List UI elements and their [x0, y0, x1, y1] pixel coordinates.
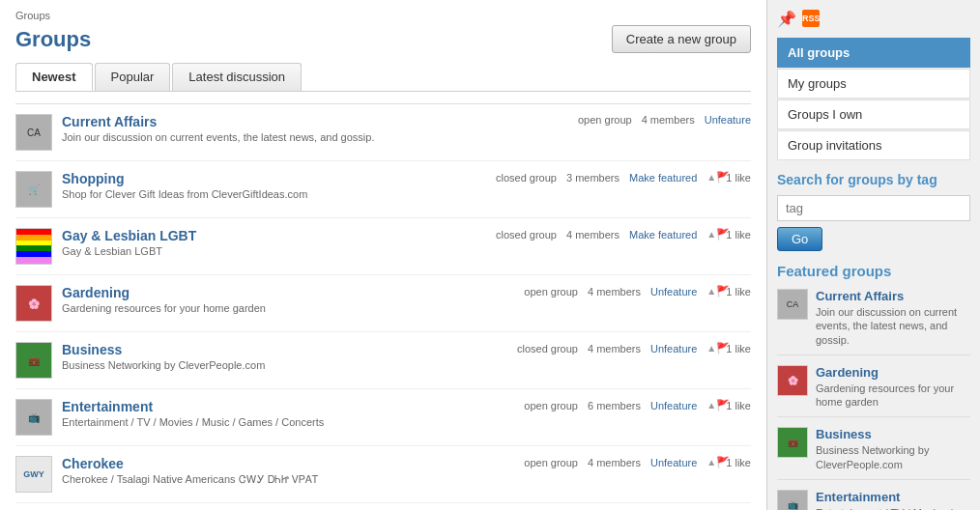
group-type-entertainment: open group: [524, 400, 578, 411]
nav-item-my-groups[interactable]: My groups: [777, 69, 970, 99]
group-desc-gay-lesbian: Gay & Lesbian LGBT: [62, 245, 486, 257]
group-action-gardening[interactable]: Unfeature: [650, 286, 697, 298]
like-count: 1 like: [726, 457, 751, 468]
rss-icon[interactable]: RSS: [802, 10, 820, 27]
like-count: 1 like: [726, 343, 751, 354]
group-meta-shopping: closed group 3 members Make featured 🚩1 …: [486, 171, 751, 184]
group-item-entertainment: 📺 Entertainment Entertainment / TV / Mov…: [15, 389, 751, 446]
group-type-gardening: open group: [524, 286, 578, 298]
breadcrumb: Groups: [15, 10, 751, 21]
group-desc-cherokee: Cherokee / Tsalagi Native Americans ᏣᎳᎩ …: [62, 473, 514, 486]
tag-search-input[interactable]: [777, 195, 970, 221]
featured-info-entertainment: Entertainment Entertainment / TV / Movie…: [816, 490, 970, 510]
group-type-cherokee: open group: [524, 457, 578, 468]
group-members-gardening: 4 members: [588, 286, 641, 298]
group-icon-entertainment: 📺: [15, 399, 52, 436]
group-item-current-affairs: CA Current Affairs Join our discussion o…: [15, 104, 751, 161]
featured-item-current-affairs: CA Current Affairs Join our discussion o…: [777, 289, 970, 355]
group-item-cherokee: GWY Cherokee Cherokee / Tsalagi Native A…: [15, 446, 751, 503]
group-type-business: closed group: [517, 343, 578, 354]
dislike-icon[interactable]: 🚩: [706, 342, 716, 355]
group-meta-cherokee: open group 4 members Unfeature 🚩1 like: [514, 456, 751, 469]
sidebar: 📌 RSS All groupsMy groupsGroups I ownGro…: [767, 0, 980, 510]
group-name-cherokee[interactable]: Cherokee: [62, 456, 124, 471]
featured-name-current-affairs[interactable]: Current Affairs: [816, 289, 904, 303]
group-desc-gardening: Gardening resources for your home garden: [62, 302, 514, 314]
create-group-button[interactable]: Create a new group: [612, 25, 751, 53]
group-icon-shopping: 🛒: [15, 171, 52, 208]
group-action-business[interactable]: Unfeature: [650, 343, 697, 354]
group-name-current-affairs[interactable]: Current Affairs: [62, 114, 157, 129]
group-name-business[interactable]: Business: [62, 342, 122, 357]
tab-popular[interactable]: Popular: [95, 63, 171, 91]
group-item-shopping: 🛒 Shopping Shop for Clever Gift Ideas fr…: [15, 161, 751, 218]
group-action-entertainment[interactable]: Unfeature: [650, 400, 697, 411]
group-info-cherokee: Cherokee Cherokee / Tsalagi Native Ameri…: [62, 456, 514, 486]
group-members-entertainment: 6 members: [588, 400, 641, 411]
dislike-icon[interactable]: 🚩: [706, 399, 716, 412]
featured-section: Featured groups CA Current Affairs Join …: [777, 263, 970, 510]
group-type-shopping: closed group: [496, 172, 557, 184]
featured-icon-current-affairs: CA: [777, 289, 808, 320]
group-members-current-affairs: 4 members: [642, 114, 695, 126]
group-members-gay-lesbian: 4 members: [566, 229, 620, 241]
group-item-gardening: 🌸 Gardening Gardening resources for your…: [15, 275, 751, 332]
group-meta-gay-lesbian: closed group 4 members Make featured 🚩1 …: [486, 228, 751, 241]
featured-title: Featured groups: [777, 263, 970, 279]
group-action-gay-lesbian[interactable]: Make featured: [629, 229, 697, 241]
like-count: 1 like: [726, 229, 751, 241]
featured-item-gardening: 🌸 Gardening Gardening resources for your…: [777, 365, 970, 418]
page-header: Groups Create a new group: [15, 25, 751, 53]
like-count: 1 like: [726, 172, 751, 184]
group-icon-gay-lesbian: [15, 228, 52, 265]
page-title: Groups: [15, 27, 91, 52]
featured-info-current-affairs: Current Affairs Join our discussion on c…: [816, 289, 970, 347]
group-item-atlanta: ATL Atlanta Atlanta Georgia nightclubs, …: [15, 503, 751, 510]
group-desc-shopping: Shop for Clever Gift Ideas from CleverGi…: [62, 188, 486, 200]
dislike-icon[interactable]: 🚩: [706, 171, 716, 184]
dislike-icon[interactable]: 🚩: [706, 228, 716, 241]
featured-icon-entertainment: 📺: [777, 490, 808, 510]
featured-name-entertainment[interactable]: Entertainment: [816, 490, 900, 504]
featured-icon-business: 💼: [777, 427, 808, 458]
group-info-gardening: Gardening Gardening resources for your h…: [62, 285, 514, 314]
featured-icon-gardening: 🌸: [777, 365, 808, 396]
nav-item-groups-i-own[interactable]: Groups I own: [777, 99, 970, 129]
group-desc-business: Business Networking by CleverPeople.com: [62, 359, 507, 371]
group-action-cherokee[interactable]: Unfeature: [650, 457, 697, 468]
group-item-gay-lesbian: Gay & Lesbian LGBT Gay & Lesbian LGBT cl…: [15, 218, 751, 275]
group-members-cherokee: 4 members: [588, 457, 641, 468]
group-action-current-affairs[interactable]: Unfeature: [705, 114, 751, 126]
group-action-shopping[interactable]: Make featured: [629, 172, 697, 184]
tag-search-go-button[interactable]: Go: [777, 227, 822, 251]
dislike-icon[interactable]: 🚩: [706, 456, 716, 469]
featured-name-business[interactable]: Business: [816, 427, 872, 441]
nav-item-group-invitations[interactable]: Group invitations: [777, 130, 970, 160]
group-type-current-affairs: open group: [578, 114, 632, 126]
group-meta-business: closed group 4 members Unfeature 🚩1 like: [507, 342, 751, 355]
dislike-icon[interactable]: 🚩: [706, 285, 716, 298]
featured-name-gardening[interactable]: Gardening: [816, 365, 879, 380]
featured-desc-business: Business Networking by CleverPeople.com: [816, 443, 970, 471]
featured-info-gardening: Gardening Gardening resources for your h…: [816, 365, 970, 410]
group-list: CA Current Affairs Join our discussion o…: [15, 103, 751, 510]
group-icon-current-affairs: CA: [15, 114, 52, 151]
group-name-gardening[interactable]: Gardening: [62, 285, 130, 300]
group-icon-cherokee: GWY: [15, 456, 52, 493]
tab-latest-discussion[interactable]: Latest discussion: [172, 63, 302, 91]
tab-newest[interactable]: Newest: [15, 63, 93, 91]
group-name-entertainment[interactable]: Entertainment: [62, 399, 153, 414]
tag-search-title: Search for groups by tag: [777, 172, 970, 187]
pin-icon[interactable]: 📌: [777, 10, 796, 28]
group-name-shopping[interactable]: Shopping: [62, 171, 125, 186]
group-meta-gardening: open group 4 members Unfeature 🚩1 like: [514, 285, 751, 298]
group-icon-gardening: 🌸: [15, 285, 52, 322]
featured-item-entertainment: 📺 Entertainment Entertainment / TV / Mov…: [777, 490, 970, 510]
group-desc-entertainment: Entertainment / TV / Movies / Music / Ga…: [62, 416, 514, 428]
group-name-gay-lesbian[interactable]: Gay & Lesbian LGBT: [62, 228, 196, 243]
group-icon-business: 💼: [15, 342, 52, 379]
group-members-business: 4 members: [588, 343, 641, 354]
group-members-shopping: 3 members: [566, 172, 620, 184]
nav-list: All groupsMy groupsGroups I ownGroup inv…: [777, 38, 970, 160]
nav-item-all-groups[interactable]: All groups: [777, 38, 970, 68]
